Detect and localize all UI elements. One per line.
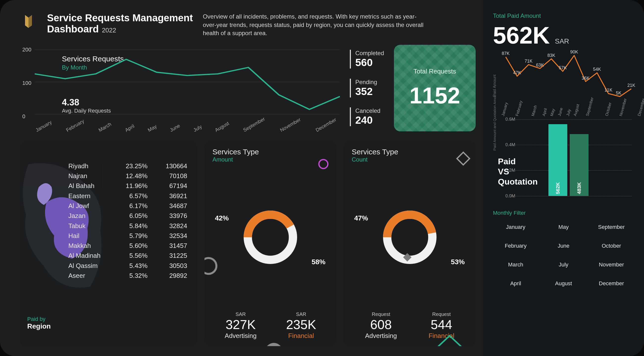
pvq-title: Paid VS Quotation	[498, 156, 538, 187]
month-grid: JanuaryMaySeptemberFebruaryJuneOctoberMa…	[493, 220, 634, 291]
brand-logo-icon	[20, 12, 37, 30]
donut-chart: 47% 53%	[352, 165, 468, 309]
donut-chart: 42% 58%	[212, 165, 328, 309]
pvq-title-3: Quotation	[498, 177, 538, 187]
requests-line-chart-card[interactable]: 200 100 0 Services Requests By Month 4.3…	[20, 45, 340, 131]
region-name: Najran	[68, 171, 110, 181]
spark-value-label: 21K	[628, 83, 635, 88]
month-filter-april[interactable]: April	[493, 276, 538, 291]
region-row[interactable]: Al Jowf6.17%34687	[68, 201, 187, 211]
donut-col-financial: SAR 235K Financial	[286, 312, 316, 340]
month-filter-may[interactable]: May	[541, 220, 586, 235]
region-row[interactable]: Riyadh23.25%130664	[68, 161, 187, 171]
region-row[interactable]: Tabuk5.84%32824	[68, 221, 187, 231]
region-row[interactable]: Makkah5.60%31457	[68, 241, 187, 251]
total-paid-value: 562K	[493, 22, 550, 49]
donut-unit: Request	[365, 312, 397, 317]
month-filter-november[interactable]: November	[589, 257, 634, 272]
region-name: Al Madinah	[68, 251, 110, 261]
month-filter-june[interactable]: June	[541, 239, 586, 253]
x-axis-labels: JanuaryFebruaryMarchAprilMayJuneJulyAugu…	[35, 128, 338, 134]
total-requests-label: Total Requests	[414, 67, 456, 75]
map-caption: Paid by Region	[27, 316, 51, 330]
y-tick: 200	[22, 46, 32, 53]
monthly-filter-label: Monthly Filter	[493, 210, 634, 216]
spark-value-label: 47K	[513, 70, 521, 75]
status-canceled[interactable]: Canceled 240	[350, 107, 384, 126]
card-subtitle: Amount	[212, 156, 328, 163]
region-value: 32824	[158, 221, 187, 231]
region-pct: 5.79%	[120, 231, 148, 241]
region-name: Riyadh	[68, 161, 110, 171]
region-name: Hail	[68, 231, 110, 241]
region-pct: 6.05%	[120, 211, 148, 221]
status-value: 352	[355, 86, 384, 97]
main-area: Service Requests Management Dashboard 20…	[0, 0, 483, 356]
region-row[interactable]: Najran12.48%70108	[68, 171, 187, 181]
region-pct: 5.60%	[120, 241, 148, 251]
title-block: Service Requests Management Dashboard 20…	[47, 12, 193, 35]
region-table: Riyadh23.25%130664Najran12.48%70108Al Ba…	[68, 161, 187, 281]
month-filter-march[interactable]: March	[493, 257, 538, 272]
spark-x-tick: July	[566, 109, 572, 116]
region-row[interactable]: Jazan6.05%33976	[68, 211, 187, 221]
region-name: Al Bahah	[68, 181, 110, 191]
month-filter-october[interactable]: October	[589, 239, 634, 253]
x-tick: August	[214, 120, 230, 133]
donut-unit: SAR	[225, 312, 257, 317]
region-value: 29892	[158, 271, 187, 281]
spark-x-tick: May	[550, 108, 556, 116]
card-title: Services Type	[352, 148, 468, 156]
spark-x-tick: August	[573, 104, 580, 117]
month-filter-february[interactable]: February	[493, 239, 538, 253]
region-row[interactable]: Eastern6.57%36921	[68, 191, 187, 201]
donut-pct-financial: 42%	[215, 214, 229, 222]
month-filter-august[interactable]: August	[541, 276, 586, 291]
region-map-card[interactable]: Paid by Region Riyadh23.25%130664Najran1…	[20, 141, 197, 346]
total-paid-label: Total Paid Amount	[493, 12, 634, 19]
status-completed[interactable]: Completed 560	[350, 50, 384, 68]
x-tick: January	[35, 119, 53, 133]
donut-pct-advertising: 58%	[312, 258, 325, 266]
x-tick: May	[147, 123, 158, 133]
page-title-year: 2022	[102, 26, 116, 34]
donut-value: 327K	[225, 317, 257, 332]
total-paid-unit: SAR	[555, 37, 569, 45]
spark-x-tick: June	[557, 107, 564, 116]
paid-vs-quotation-chart[interactable]: Paid Amount and Quotation Amou 0.0M 0.2M…	[493, 119, 634, 203]
region-row[interactable]: Hail5.79%32534	[68, 231, 187, 241]
spark-value-label: 36K	[582, 76, 590, 81]
region-row[interactable]: Al Qassim5.43%30503	[68, 261, 187, 271]
region-name: Aseer	[68, 271, 110, 281]
region-value: 130664	[158, 161, 187, 171]
donut-value: 608	[365, 317, 397, 332]
dashboard-root: Service Requests Management Dashboard 20…	[0, 0, 644, 356]
spark-x-labels: JanuaryFebruaryMarchAprilMayJuneJulyAugu…	[503, 114, 634, 118]
total-paid-amount: 562K SAR	[493, 22, 634, 49]
month-filter-july[interactable]: July	[541, 257, 586, 272]
month-filter-september[interactable]: September	[589, 220, 634, 235]
card-title: Services Type	[212, 148, 328, 156]
region-value: 30503	[158, 261, 187, 271]
status-value: 560	[355, 57, 384, 68]
x-tick: April	[124, 123, 136, 133]
services-count-card[interactable]: Services Type Count 47% 53% Request	[344, 141, 476, 346]
region-value: 32534	[158, 231, 187, 241]
month-filter-december[interactable]: December	[589, 276, 634, 291]
spark-value-label: 54K	[593, 67, 601, 72]
services-amount-card[interactable]: Services Type Amount 42% 58% SAR 32	[204, 141, 336, 346]
total-requests-card[interactable]: Total Requests 1152	[394, 45, 476, 131]
region-row[interactable]: Aseer5.32%29892	[68, 271, 187, 281]
status-pending[interactable]: Pending 352	[350, 79, 384, 97]
pvq-title-2: VS	[498, 166, 538, 177]
spark-value-label: 11K	[604, 88, 612, 93]
paid-amount-sparkline[interactable]: Paid Amount 87K47K71K63K83K57K90K36K54K1…	[493, 52, 634, 117]
region-name: Al Jowf	[68, 201, 110, 211]
region-name: Makkah	[68, 241, 110, 251]
region-row[interactable]: Al Bahah11.96%67194	[68, 181, 187, 191]
donut-name: Financial	[286, 332, 316, 340]
donut-col-financial: Request 544 Financial	[428, 312, 454, 340]
region-row[interactable]: Al Madinah5.56%31225	[68, 251, 187, 261]
month-filter-january[interactable]: January	[493, 220, 538, 235]
page-title-line1: Service Requests Management	[47, 12, 193, 23]
